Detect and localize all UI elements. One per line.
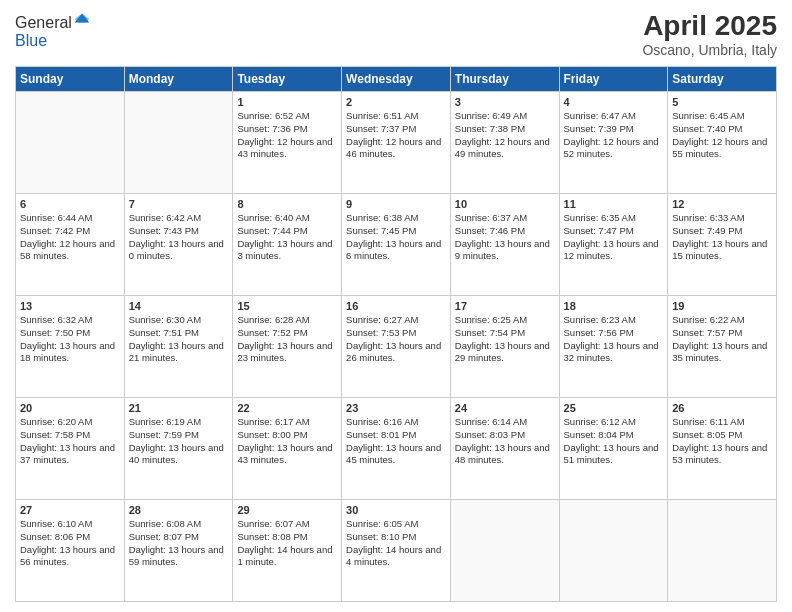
- day-number: 14: [129, 300, 229, 312]
- calendar-week-row: 6Sunrise: 6:44 AM Sunset: 7:42 PM Daylig…: [16, 194, 777, 296]
- calendar-cell: 1Sunrise: 6:52 AM Sunset: 7:36 PM Daylig…: [233, 92, 342, 194]
- day-info: Sunrise: 6:17 AM Sunset: 8:00 PM Dayligh…: [237, 416, 337, 467]
- header: General Blue April 2025 Oscano, Umbria, …: [15, 10, 777, 58]
- calendar-cell: 16Sunrise: 6:27 AM Sunset: 7:53 PM Dayli…: [342, 296, 451, 398]
- calendar-cell: 3Sunrise: 6:49 AM Sunset: 7:38 PM Daylig…: [450, 92, 559, 194]
- calendar-week-row: 20Sunrise: 6:20 AM Sunset: 7:58 PM Dayli…: [16, 398, 777, 500]
- day-number: 8: [237, 198, 337, 210]
- day-number: 10: [455, 198, 555, 210]
- day-number: 5: [672, 96, 772, 108]
- day-info: Sunrise: 6:38 AM Sunset: 7:45 PM Dayligh…: [346, 212, 446, 263]
- calendar-cell: 21Sunrise: 6:19 AM Sunset: 7:59 PM Dayli…: [124, 398, 233, 500]
- day-number: 22: [237, 402, 337, 414]
- calendar-cell: 24Sunrise: 6:14 AM Sunset: 8:03 PM Dayli…: [450, 398, 559, 500]
- day-number: 12: [672, 198, 772, 210]
- logo-general-text: General: [15, 14, 72, 31]
- day-info: Sunrise: 6:45 AM Sunset: 7:40 PM Dayligh…: [672, 110, 772, 161]
- logo-icon: [73, 10, 91, 28]
- day-info: Sunrise: 6:16 AM Sunset: 8:01 PM Dayligh…: [346, 416, 446, 467]
- day-number: 11: [564, 198, 664, 210]
- calendar-cell: 14Sunrise: 6:30 AM Sunset: 7:51 PM Dayli…: [124, 296, 233, 398]
- day-number: 18: [564, 300, 664, 312]
- calendar-cell: 25Sunrise: 6:12 AM Sunset: 8:04 PM Dayli…: [559, 398, 668, 500]
- day-info: Sunrise: 6:37 AM Sunset: 7:46 PM Dayligh…: [455, 212, 555, 263]
- day-info: Sunrise: 6:27 AM Sunset: 7:53 PM Dayligh…: [346, 314, 446, 365]
- day-number: 21: [129, 402, 229, 414]
- calendar-cell: 2Sunrise: 6:51 AM Sunset: 7:37 PM Daylig…: [342, 92, 451, 194]
- day-number: 30: [346, 504, 446, 516]
- day-number: 16: [346, 300, 446, 312]
- day-of-week-header: Monday: [124, 67, 233, 92]
- day-info: Sunrise: 6:07 AM Sunset: 8:08 PM Dayligh…: [237, 518, 337, 569]
- day-of-week-header: Thursday: [450, 67, 559, 92]
- day-number: 17: [455, 300, 555, 312]
- calendar: SundayMondayTuesdayWednesdayThursdayFrid…: [15, 66, 777, 602]
- calendar-cell: 5Sunrise: 6:45 AM Sunset: 7:40 PM Daylig…: [668, 92, 777, 194]
- logo: General Blue: [15, 10, 91, 50]
- day-number: 1: [237, 96, 337, 108]
- calendar-cell: 23Sunrise: 6:16 AM Sunset: 8:01 PM Dayli…: [342, 398, 451, 500]
- location: Oscano, Umbria, Italy: [642, 42, 777, 58]
- day-number: 19: [672, 300, 772, 312]
- day-info: Sunrise: 6:10 AM Sunset: 8:06 PM Dayligh…: [20, 518, 120, 569]
- calendar-week-row: 1Sunrise: 6:52 AM Sunset: 7:36 PM Daylig…: [16, 92, 777, 194]
- calendar-cell: 17Sunrise: 6:25 AM Sunset: 7:54 PM Dayli…: [450, 296, 559, 398]
- day-number: 7: [129, 198, 229, 210]
- day-number: 15: [237, 300, 337, 312]
- day-number: 26: [672, 402, 772, 414]
- calendar-cell: 15Sunrise: 6:28 AM Sunset: 7:52 PM Dayli…: [233, 296, 342, 398]
- day-info: Sunrise: 6:51 AM Sunset: 7:37 PM Dayligh…: [346, 110, 446, 161]
- day-info: Sunrise: 6:05 AM Sunset: 8:10 PM Dayligh…: [346, 518, 446, 569]
- calendar-cell: 27Sunrise: 6:10 AM Sunset: 8:06 PM Dayli…: [16, 500, 125, 602]
- calendar-cell: 4Sunrise: 6:47 AM Sunset: 7:39 PM Daylig…: [559, 92, 668, 194]
- day-info: Sunrise: 6:40 AM Sunset: 7:44 PM Dayligh…: [237, 212, 337, 263]
- day-info: Sunrise: 6:30 AM Sunset: 7:51 PM Dayligh…: [129, 314, 229, 365]
- calendar-cell: 10Sunrise: 6:37 AM Sunset: 7:46 PM Dayli…: [450, 194, 559, 296]
- day-info: Sunrise: 6:52 AM Sunset: 7:36 PM Dayligh…: [237, 110, 337, 161]
- day-number: 6: [20, 198, 120, 210]
- day-info: Sunrise: 6:32 AM Sunset: 7:50 PM Dayligh…: [20, 314, 120, 365]
- calendar-cell: 6Sunrise: 6:44 AM Sunset: 7:42 PM Daylig…: [16, 194, 125, 296]
- day-info: Sunrise: 6:22 AM Sunset: 7:57 PM Dayligh…: [672, 314, 772, 365]
- day-of-week-header: Tuesday: [233, 67, 342, 92]
- day-of-week-header: Saturday: [668, 67, 777, 92]
- calendar-cell: [559, 500, 668, 602]
- day-info: Sunrise: 6:47 AM Sunset: 7:39 PM Dayligh…: [564, 110, 664, 161]
- calendar-cell: 30Sunrise: 6:05 AM Sunset: 8:10 PM Dayli…: [342, 500, 451, 602]
- calendar-cell: 28Sunrise: 6:08 AM Sunset: 8:07 PM Dayli…: [124, 500, 233, 602]
- day-info: Sunrise: 6:08 AM Sunset: 8:07 PM Dayligh…: [129, 518, 229, 569]
- calendar-week-row: 13Sunrise: 6:32 AM Sunset: 7:50 PM Dayli…: [16, 296, 777, 398]
- day-of-week-header: Friday: [559, 67, 668, 92]
- calendar-cell: 12Sunrise: 6:33 AM Sunset: 7:49 PM Dayli…: [668, 194, 777, 296]
- day-number: 24: [455, 402, 555, 414]
- day-info: Sunrise: 6:14 AM Sunset: 8:03 PM Dayligh…: [455, 416, 555, 467]
- calendar-cell: 11Sunrise: 6:35 AM Sunset: 7:47 PM Dayli…: [559, 194, 668, 296]
- day-info: Sunrise: 6:23 AM Sunset: 7:56 PM Dayligh…: [564, 314, 664, 365]
- calendar-cell: 29Sunrise: 6:07 AM Sunset: 8:08 PM Dayli…: [233, 500, 342, 602]
- day-info: Sunrise: 6:25 AM Sunset: 7:54 PM Dayligh…: [455, 314, 555, 365]
- month-year: April 2025: [642, 10, 777, 42]
- day-number: 27: [20, 504, 120, 516]
- day-info: Sunrise: 6:20 AM Sunset: 7:58 PM Dayligh…: [20, 416, 120, 467]
- calendar-cell: [16, 92, 125, 194]
- calendar-cell: [124, 92, 233, 194]
- day-number: 28: [129, 504, 229, 516]
- day-number: 23: [346, 402, 446, 414]
- calendar-week-row: 27Sunrise: 6:10 AM Sunset: 8:06 PM Dayli…: [16, 500, 777, 602]
- day-number: 29: [237, 504, 337, 516]
- day-number: 20: [20, 402, 120, 414]
- calendar-cell: [450, 500, 559, 602]
- calendar-cell: 9Sunrise: 6:38 AM Sunset: 7:45 PM Daylig…: [342, 194, 451, 296]
- day-info: Sunrise: 6:35 AM Sunset: 7:47 PM Dayligh…: [564, 212, 664, 263]
- day-number: 3: [455, 96, 555, 108]
- calendar-cell: [668, 500, 777, 602]
- calendar-cell: 19Sunrise: 6:22 AM Sunset: 7:57 PM Dayli…: [668, 296, 777, 398]
- day-number: 13: [20, 300, 120, 312]
- calendar-cell: 7Sunrise: 6:42 AM Sunset: 7:43 PM Daylig…: [124, 194, 233, 296]
- title-block: April 2025 Oscano, Umbria, Italy: [642, 10, 777, 58]
- day-info: Sunrise: 6:49 AM Sunset: 7:38 PM Dayligh…: [455, 110, 555, 161]
- calendar-cell: 22Sunrise: 6:17 AM Sunset: 8:00 PM Dayli…: [233, 398, 342, 500]
- day-info: Sunrise: 6:11 AM Sunset: 8:05 PM Dayligh…: [672, 416, 772, 467]
- day-info: Sunrise: 6:44 AM Sunset: 7:42 PM Dayligh…: [20, 212, 120, 263]
- day-info: Sunrise: 6:33 AM Sunset: 7:49 PM Dayligh…: [672, 212, 772, 263]
